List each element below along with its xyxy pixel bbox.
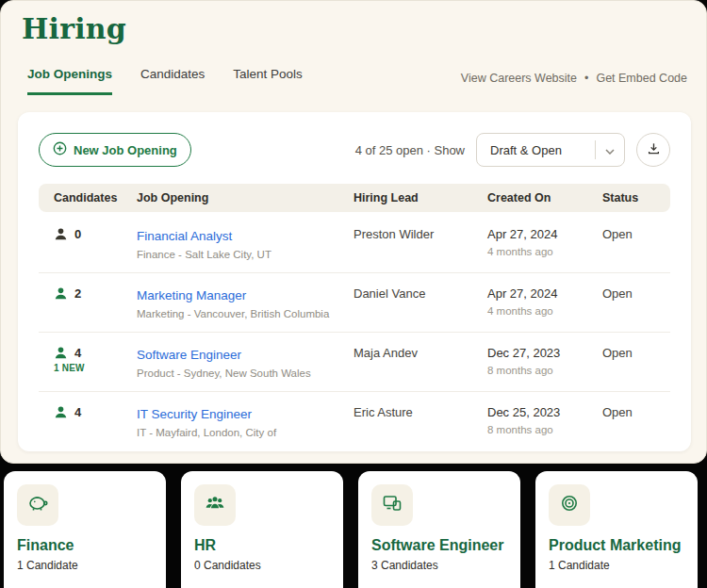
created-date: Dec 27, 2023: [487, 346, 602, 360]
job-location: Product - Sydney, New South Wales: [137, 368, 354, 379]
table-row[interactable]: 4 1 NEW Software Engineer Product - Sydn…: [39, 333, 670, 392]
pool-title: HR: [194, 537, 330, 554]
pool-icon-tile: [549, 484, 590, 526]
job-opening-cell: Software Engineer Product - Sydney, New …: [137, 346, 354, 379]
candidate-count: 4: [74, 405, 81, 419]
tab-job-openings[interactable]: Job Openings: [27, 67, 112, 95]
pool-title: Software Engineer: [371, 537, 507, 554]
created-date: Apr 27, 2024: [487, 286, 602, 301]
hiring-lead: Eric Asture: [354, 405, 487, 438]
column-header-job-opening: Job Opening: [137, 191, 354, 204]
created-ago: 8 months ago: [487, 365, 602, 376]
plus-circle-icon: [53, 141, 67, 158]
job-location: Finance - Salt Lake City, UT: [137, 249, 354, 260]
talent-pool-card-hr[interactable]: HR 0 Candidates: [181, 471, 343, 588]
candidate-count: 4: [74, 346, 81, 360]
pool-count: 0 Candidates: [194, 559, 330, 572]
pool-icon-tile: [17, 484, 58, 526]
person-icon: [54, 227, 68, 241]
talent-pool-card-finance[interactable]: Finance 1 Candidate: [4, 471, 166, 588]
tab-talent-pools[interactable]: Talent Pools: [233, 67, 303, 95]
hiring-lead: Maja Andev: [354, 346, 487, 379]
talent-pool-card-software-engineer[interactable]: Software Engineer 3 Candidates: [358, 471, 520, 588]
hiring-app: Hiring Job Openings Candidates Talent Po…: [0, 0, 707, 588]
toolbar-right: 4 of 25 open · Show Draft & Open: [355, 133, 670, 167]
new-job-opening-label: New Job Opening: [74, 143, 177, 157]
created-on-cell: Apr 27, 2024 4 months ago: [487, 227, 602, 260]
hiring-lead: Daniel Vance: [354, 286, 487, 319]
job-openings-card: New Job Opening 4 of 25 open · Show Draf…: [18, 112, 691, 451]
table-header: Candidates Job Opening Hiring Lead Creat…: [39, 184, 670, 212]
table-row[interactable]: 4 IT Security Engineer IT - Mayfaird, Lo…: [39, 392, 670, 450]
pool-title: Product Marketing: [549, 537, 684, 554]
person-icon: [54, 286, 68, 301]
created-on-cell: Dec 27, 2023 8 months ago: [487, 346, 602, 379]
candidates-cell: 2: [54, 286, 137, 319]
page-title: Hiring: [22, 12, 126, 45]
get-embed-code-link[interactable]: Get Embed Code: [596, 72, 687, 85]
job-location: IT - Mayfaird, London, City of: [137, 427, 354, 438]
status-value: Open: [602, 227, 670, 260]
status-value: Open: [602, 346, 670, 379]
header-links: View Careers Website • Get Embed Code: [461, 72, 687, 85]
toolbar: New Job Opening 4 of 25 open · Show Draf…: [39, 133, 670, 167]
person-icon: [54, 346, 68, 360]
tab-bar: Job Openings Candidates Talent Pools: [27, 67, 303, 95]
talent-pool-card-product-marketing[interactable]: Product Marketing 1 Candidate: [535, 471, 698, 588]
tab-candidates[interactable]: Candidates: [140, 67, 205, 95]
table-row[interactable]: 2 Marketing Manager Marketing - Vancouve…: [39, 273, 670, 333]
column-header-created-on: Created On: [487, 191, 602, 204]
table-row[interactable]: 0 Financial Analyst Finance - Salt Lake …: [39, 214, 670, 273]
created-on-cell: Dec 25, 2023 8 months ago: [487, 405, 602, 438]
pool-count: 1 Candidate: [17, 559, 153, 572]
hiring-lead: Preston Wilder: [354, 227, 487, 260]
job-opening-cell: IT Security Engineer IT - Mayfaird, Lond…: [137, 405, 354, 438]
created-on-cell: Apr 27, 2024 4 months ago: [487, 286, 602, 319]
candidates-cell: 4 1 NEW: [54, 346, 137, 379]
job-title-link[interactable]: Marketing Manager: [137, 288, 246, 302]
job-title-link[interactable]: Software Engineer: [137, 348, 241, 362]
pool-icon-tile: [371, 484, 413, 526]
bullet-separator: •: [584, 72, 588, 85]
created-ago: 8 months ago: [487, 424, 602, 435]
candidates-cell: 4: [54, 405, 137, 438]
view-careers-website-link[interactable]: View Careers Website: [461, 72, 577, 85]
open-count-summary: 4 of 25 open · Show: [355, 143, 465, 157]
pool-count: 3 Candidates: [371, 559, 507, 572]
column-header-status: Status: [602, 191, 670, 204]
piggy-bank-icon: [26, 492, 49, 518]
download-button[interactable]: [636, 133, 670, 167]
person-icon: [54, 405, 68, 419]
chevron-down-icon: [605, 141, 615, 158]
column-header-hiring-lead: Hiring Lead: [354, 191, 487, 204]
job-location: Marketing - Vancouver, British Columbia: [137, 308, 354, 319]
status-filter-value: Draft & Open: [490, 143, 585, 157]
pool-icon-tile: [194, 484, 236, 526]
talent-pool-strip: Finance 1 Candidate HR 0 Candidates: [0, 464, 707, 588]
status-filter-select[interactable]: Draft & Open: [476, 133, 625, 167]
created-date: Apr 27, 2024: [487, 227, 602, 241]
pool-count: 1 Candidate: [549, 559, 684, 572]
select-divider: [595, 140, 596, 159]
new-job-opening-button[interactable]: New Job Opening: [39, 133, 191, 167]
created-ago: 4 months ago: [487, 305, 602, 317]
job-title-link[interactable]: Financial Analyst: [137, 229, 232, 243]
pool-title: Finance: [17, 537, 153, 554]
column-header-candidates: Candidates: [54, 191, 137, 204]
status-value: Open: [602, 405, 670, 438]
target-icon: [558, 492, 581, 518]
hiring-panel: Hiring Job Openings Candidates Talent Po…: [0, 0, 707, 464]
download-icon: [647, 141, 661, 158]
created-ago: 4 months ago: [487, 246, 602, 257]
people-icon: [204, 492, 226, 518]
status-value: Open: [602, 286, 670, 319]
job-opening-cell: Marketing Manager Marketing - Vancouver,…: [137, 286, 354, 319]
job-opening-cell: Financial Analyst Finance - Salt Lake Ci…: [137, 227, 354, 260]
devices-icon: [381, 492, 403, 518]
job-title-link[interactable]: IT Security Engineer: [137, 407, 252, 421]
candidates-cell: 0: [54, 227, 137, 260]
new-candidates-badge: 1 NEW: [54, 363, 137, 373]
candidate-count: 0: [74, 227, 81, 241]
candidate-count: 2: [74, 286, 81, 301]
created-date: Dec 25, 2023: [487, 405, 602, 419]
